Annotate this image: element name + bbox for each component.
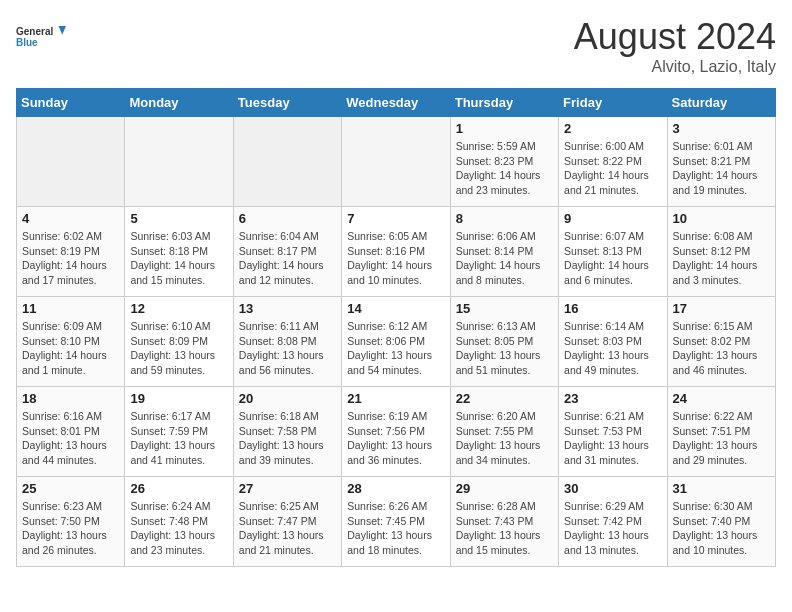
calendar-cell: 30Sunrise: 6:29 AMSunset: 7:42 PMDayligh…: [559, 477, 667, 567]
calendar-cell: 27Sunrise: 6:25 AMSunset: 7:47 PMDayligh…: [233, 477, 341, 567]
day-number: 7: [347, 211, 444, 226]
day-number: 17: [673, 301, 770, 316]
day-header-monday: Monday: [125, 89, 233, 117]
calendar-table: SundayMondayTuesdayWednesdayThursdayFrid…: [16, 88, 776, 567]
day-info: Sunrise: 6:28 AMSunset: 7:43 PMDaylight:…: [456, 499, 553, 558]
day-number: 31: [673, 481, 770, 496]
calendar-cell: 31Sunrise: 6:30 AMSunset: 7:40 PMDayligh…: [667, 477, 775, 567]
calendar-cell: 3Sunrise: 6:01 AMSunset: 8:21 PMDaylight…: [667, 117, 775, 207]
day-header-sunday: Sunday: [17, 89, 125, 117]
calendar-cell: 2Sunrise: 6:00 AMSunset: 8:22 PMDaylight…: [559, 117, 667, 207]
calendar-cell: 24Sunrise: 6:22 AMSunset: 7:51 PMDayligh…: [667, 387, 775, 477]
day-info: Sunrise: 6:02 AMSunset: 8:19 PMDaylight:…: [22, 229, 119, 288]
logo: General Blue: [16, 16, 66, 56]
day-number: 23: [564, 391, 661, 406]
day-headers-row: SundayMondayTuesdayWednesdayThursdayFrid…: [17, 89, 776, 117]
day-info: Sunrise: 6:24 AMSunset: 7:48 PMDaylight:…: [130, 499, 227, 558]
svg-text:Blue: Blue: [16, 37, 38, 48]
day-header-friday: Friday: [559, 89, 667, 117]
calendar-cell: 18Sunrise: 6:16 AMSunset: 8:01 PMDayligh…: [17, 387, 125, 477]
day-info: Sunrise: 5:59 AMSunset: 8:23 PMDaylight:…: [456, 139, 553, 198]
day-number: 1: [456, 121, 553, 136]
day-number: 4: [22, 211, 119, 226]
day-header-tuesday: Tuesday: [233, 89, 341, 117]
location-subtitle: Alvito, Lazio, Italy: [574, 58, 776, 76]
day-number: 6: [239, 211, 336, 226]
calendar-cell: 19Sunrise: 6:17 AMSunset: 7:59 PMDayligh…: [125, 387, 233, 477]
day-info: Sunrise: 6:14 AMSunset: 8:03 PMDaylight:…: [564, 319, 661, 378]
calendar-cell: 4Sunrise: 6:02 AMSunset: 8:19 PMDaylight…: [17, 207, 125, 297]
calendar-cell: 25Sunrise: 6:23 AMSunset: 7:50 PMDayligh…: [17, 477, 125, 567]
svg-text:General: General: [16, 26, 53, 37]
day-info: Sunrise: 6:16 AMSunset: 8:01 PMDaylight:…: [22, 409, 119, 468]
week-row-3: 11Sunrise: 6:09 AMSunset: 8:10 PMDayligh…: [17, 297, 776, 387]
day-info: Sunrise: 6:22 AMSunset: 7:51 PMDaylight:…: [673, 409, 770, 468]
calendar-cell: 5Sunrise: 6:03 AMSunset: 8:18 PMDaylight…: [125, 207, 233, 297]
calendar-cell: 12Sunrise: 6:10 AMSunset: 8:09 PMDayligh…: [125, 297, 233, 387]
day-header-thursday: Thursday: [450, 89, 558, 117]
calendar-cell: 9Sunrise: 6:07 AMSunset: 8:13 PMDaylight…: [559, 207, 667, 297]
calendar-cell: 10Sunrise: 6:08 AMSunset: 8:12 PMDayligh…: [667, 207, 775, 297]
day-number: 26: [130, 481, 227, 496]
day-info: Sunrise: 6:07 AMSunset: 8:13 PMDaylight:…: [564, 229, 661, 288]
calendar-cell: 28Sunrise: 6:26 AMSunset: 7:45 PMDayligh…: [342, 477, 450, 567]
logo-svg: General Blue: [16, 16, 66, 56]
week-row-1: 1Sunrise: 5:59 AMSunset: 8:23 PMDaylight…: [17, 117, 776, 207]
week-row-2: 4Sunrise: 6:02 AMSunset: 8:19 PMDaylight…: [17, 207, 776, 297]
day-info: Sunrise: 6:03 AMSunset: 8:18 PMDaylight:…: [130, 229, 227, 288]
day-number: 20: [239, 391, 336, 406]
week-row-4: 18Sunrise: 6:16 AMSunset: 8:01 PMDayligh…: [17, 387, 776, 477]
day-info: Sunrise: 6:15 AMSunset: 8:02 PMDaylight:…: [673, 319, 770, 378]
day-info: Sunrise: 6:12 AMSunset: 8:06 PMDaylight:…: [347, 319, 444, 378]
calendar-cell: 11Sunrise: 6:09 AMSunset: 8:10 PMDayligh…: [17, 297, 125, 387]
day-info: Sunrise: 6:04 AMSunset: 8:17 PMDaylight:…: [239, 229, 336, 288]
day-number: 21: [347, 391, 444, 406]
svg-marker-2: [59, 26, 67, 35]
day-number: 9: [564, 211, 661, 226]
day-info: Sunrise: 6:11 AMSunset: 8:08 PMDaylight:…: [239, 319, 336, 378]
day-number: 15: [456, 301, 553, 316]
day-info: Sunrise: 6:01 AMSunset: 8:21 PMDaylight:…: [673, 139, 770, 198]
day-info: Sunrise: 6:06 AMSunset: 8:14 PMDaylight:…: [456, 229, 553, 288]
calendar-cell: [342, 117, 450, 207]
day-number: 25: [22, 481, 119, 496]
calendar-cell: 7Sunrise: 6:05 AMSunset: 8:16 PMDaylight…: [342, 207, 450, 297]
day-number: 28: [347, 481, 444, 496]
header: General Blue August 2024 Alvito, Lazio, …: [16, 16, 776, 76]
calendar-cell: [125, 117, 233, 207]
day-number: 18: [22, 391, 119, 406]
day-number: 30: [564, 481, 661, 496]
day-number: 11: [22, 301, 119, 316]
day-info: Sunrise: 6:29 AMSunset: 7:42 PMDaylight:…: [564, 499, 661, 558]
calendar-cell: 26Sunrise: 6:24 AMSunset: 7:48 PMDayligh…: [125, 477, 233, 567]
day-info: Sunrise: 6:21 AMSunset: 7:53 PMDaylight:…: [564, 409, 661, 468]
day-number: 29: [456, 481, 553, 496]
day-info: Sunrise: 6:10 AMSunset: 8:09 PMDaylight:…: [130, 319, 227, 378]
calendar-cell: 21Sunrise: 6:19 AMSunset: 7:56 PMDayligh…: [342, 387, 450, 477]
day-info: Sunrise: 6:17 AMSunset: 7:59 PMDaylight:…: [130, 409, 227, 468]
day-number: 3: [673, 121, 770, 136]
day-number: 22: [456, 391, 553, 406]
day-info: Sunrise: 6:00 AMSunset: 8:22 PMDaylight:…: [564, 139, 661, 198]
day-info: Sunrise: 6:20 AMSunset: 7:55 PMDaylight:…: [456, 409, 553, 468]
calendar-cell: [17, 117, 125, 207]
calendar-cell: 8Sunrise: 6:06 AMSunset: 8:14 PMDaylight…: [450, 207, 558, 297]
calendar-cell: 20Sunrise: 6:18 AMSunset: 7:58 PMDayligh…: [233, 387, 341, 477]
week-row-5: 25Sunrise: 6:23 AMSunset: 7:50 PMDayligh…: [17, 477, 776, 567]
calendar-cell: 14Sunrise: 6:12 AMSunset: 8:06 PMDayligh…: [342, 297, 450, 387]
day-info: Sunrise: 6:30 AMSunset: 7:40 PMDaylight:…: [673, 499, 770, 558]
day-number: 19: [130, 391, 227, 406]
day-info: Sunrise: 6:26 AMSunset: 7:45 PMDaylight:…: [347, 499, 444, 558]
calendar-cell: 29Sunrise: 6:28 AMSunset: 7:43 PMDayligh…: [450, 477, 558, 567]
day-info: Sunrise: 6:18 AMSunset: 7:58 PMDaylight:…: [239, 409, 336, 468]
day-info: Sunrise: 6:25 AMSunset: 7:47 PMDaylight:…: [239, 499, 336, 558]
day-number: 24: [673, 391, 770, 406]
calendar-cell: 13Sunrise: 6:11 AMSunset: 8:08 PMDayligh…: [233, 297, 341, 387]
day-header-saturday: Saturday: [667, 89, 775, 117]
day-number: 16: [564, 301, 661, 316]
day-number: 13: [239, 301, 336, 316]
day-number: 10: [673, 211, 770, 226]
day-number: 14: [347, 301, 444, 316]
calendar-cell: 22Sunrise: 6:20 AMSunset: 7:55 PMDayligh…: [450, 387, 558, 477]
day-number: 5: [130, 211, 227, 226]
